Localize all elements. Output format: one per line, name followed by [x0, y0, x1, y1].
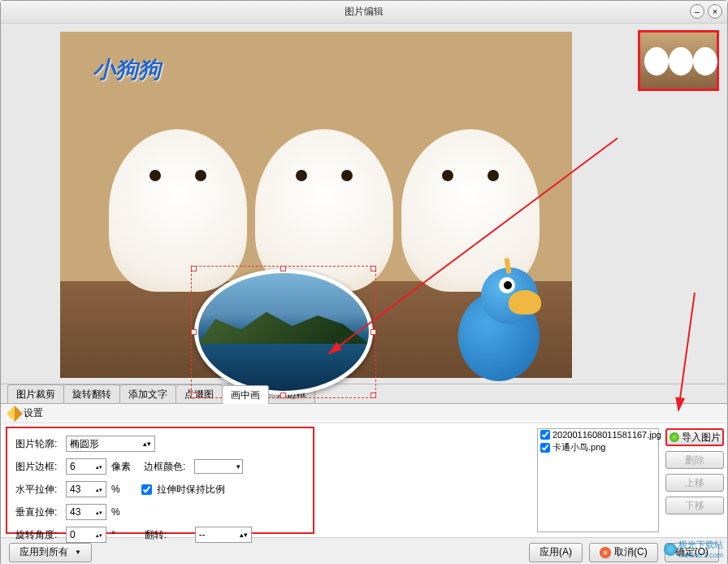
settings-label: 设置 [24, 406, 43, 420]
move-up-button[interactable]: 上移 [665, 474, 724, 492]
canvas-area[interactable]: 小狗狗 [1, 24, 631, 384]
pixel-unit: 像素 [111, 460, 131, 474]
close-button[interactable]: × [708, 4, 722, 19]
hstretch-label: 水平拉伸: [15, 483, 61, 497]
titlebar: 图片编辑 – × [1, 1, 727, 24]
pencil-icon [6, 406, 23, 422]
resize-handle[interactable] [191, 329, 197, 335]
resize-handle[interactable] [280, 393, 286, 398]
text-overlay[interactable]: 小狗狗 [93, 54, 161, 85]
resize-handle[interactable] [370, 266, 376, 271]
flip-label: 翻转: [145, 528, 190, 542]
tab-crop[interactable]: 图片裁剪 [7, 384, 64, 403]
list-item[interactable]: 2020011608011581167.jpg [538, 429, 658, 440]
settings-panel: 图片轮廓: 椭圆形▴▾ 图片边框: 6▴▾ 像素 边框颜色: 水平拉伸: 43▴… [6, 427, 314, 534]
import-icon [670, 432, 679, 442]
window-title: 图片编辑 [344, 5, 384, 19]
outline-label: 图片轮廓: [15, 437, 61, 451]
cancel-icon: × [600, 547, 611, 558]
pip-image[interactable] [194, 269, 373, 395]
angle-spinner[interactable]: 0▴▾ [66, 527, 106, 543]
resize-handle[interactable] [191, 266, 197, 271]
delete-button[interactable]: 删除 [665, 451, 724, 469]
watermark: 极光下载站 www.xz7.com [664, 539, 723, 559]
tab-rotate[interactable]: 旋转翻转 [63, 384, 120, 403]
thumbnail-panel [631, 24, 727, 384]
keep-ratio-checkbox[interactable] [141, 484, 152, 495]
outline-select[interactable]: 椭圆形▴▾ [66, 436, 155, 452]
border-color-picker[interactable] [194, 459, 243, 474]
minimize-button[interactable]: – [690, 4, 704, 19]
cancel-button[interactable]: × 取消(C) [589, 543, 658, 562]
resize-handle[interactable] [280, 266, 286, 271]
apply-button[interactable]: 应用(A) [529, 543, 583, 562]
resize-handle[interactable] [191, 393, 197, 398]
clipart-bird[interactable] [434, 267, 564, 406]
file-list[interactable]: 2020011608011581167.jpg 卡通小鸟.png [537, 428, 659, 532]
file-checkbox[interactable] [540, 443, 550, 453]
tab-text[interactable]: 添加文字 [119, 384, 176, 403]
resize-handle[interactable] [370, 393, 376, 398]
file-checkbox[interactable] [540, 430, 550, 440]
settings-header: 设置 [1, 404, 727, 423]
border-spinner[interactable]: 6▴▾ [66, 458, 106, 475]
canvas[interactable]: 小狗狗 [60, 32, 572, 378]
hstretch-spinner[interactable]: 43▴▾ [66, 481, 106, 497]
border-label: 图片边框: [15, 460, 61, 474]
vstretch-spinner[interactable]: 43▴▾ [66, 504, 106, 520]
import-image-button[interactable]: 导入图片 [665, 428, 724, 446]
thumbnail[interactable] [638, 30, 719, 91]
angle-label: 旋转角度: [15, 528, 61, 542]
border-color-label: 边框颜色: [144, 460, 189, 474]
apply-all-button[interactable]: 应用到所有▼ [9, 543, 92, 562]
move-down-button[interactable]: 下移 [665, 497, 724, 514]
watermark-icon [664, 543, 677, 556]
keep-ratio-label: 拉伸时保持比例 [157, 483, 225, 497]
flip-select[interactable]: --▴▾ [195, 527, 252, 543]
tab-pip[interactable]: 画中画 [222, 385, 269, 404]
pip-selection[interactable] [194, 269, 373, 395]
vstretch-label: 垂直拉伸: [15, 505, 61, 519]
resize-handle[interactable] [370, 329, 376, 335]
list-item[interactable]: 卡通小鸟.png [538, 440, 658, 454]
